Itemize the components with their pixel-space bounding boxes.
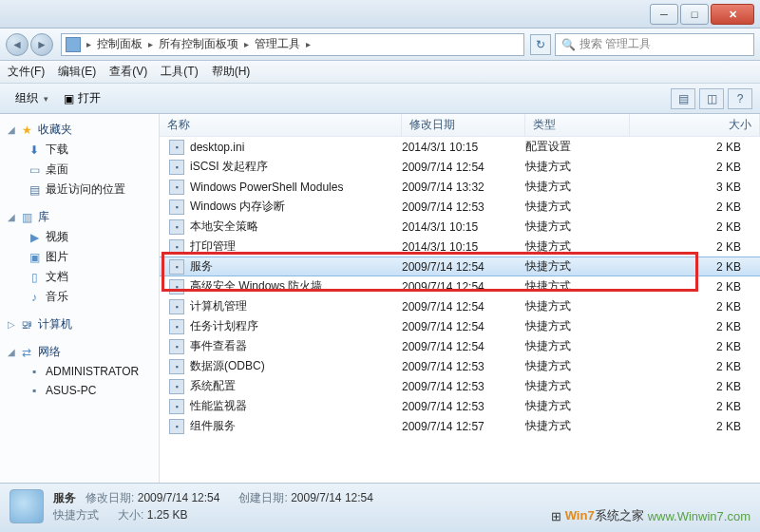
file-icon: ▪	[169, 279, 184, 294]
file-date: 2009/7/14 12:57	[402, 420, 525, 433]
network-icon: ⇄	[19, 345, 34, 360]
file-icon: ▪	[169, 399, 184, 414]
search-input[interactable]: 🔍 搜索 管理工具	[555, 33, 754, 56]
windows-logo-icon: ⊞	[551, 509, 561, 523]
status-info: 服务 修改日期: 2009/7/14 12:54 创建日期: 2009/7/14…	[53, 489, 373, 523]
breadcrumb-seg-3[interactable]: 管理工具	[251, 36, 304, 52]
view-options-button[interactable]: ▤	[671, 88, 695, 109]
file-row[interactable]: ▪服务2009/7/14 12:54快捷方式2 KB	[160, 256, 760, 276]
sidebar-network-pc-1[interactable]: ▪ADMINISTRATOR	[0, 362, 159, 381]
search-placeholder: 搜索 管理工具	[580, 36, 651, 52]
col-size[interactable]: 大小	[630, 114, 760, 136]
col-name[interactable]: 名称	[160, 114, 402, 136]
nav-back-button[interactable]: ◄	[6, 33, 28, 56]
breadcrumb-seg-2[interactable]: 所有控制面板项	[155, 36, 242, 52]
sidebar-network[interactable]: ◢ ⇄ 网络	[0, 342, 159, 362]
menu-file[interactable]: 文件(F)	[8, 64, 45, 80]
file-date: 2009/7/14 12:53	[402, 380, 525, 393]
file-icon: ▪	[169, 140, 184, 155]
file-size: 2 KB	[630, 200, 760, 214]
sidebar-documents[interactable]: ▯文档	[0, 267, 159, 287]
file-row[interactable]: ▪高级安全 Windows 防火墙2009/7/14 12:54快捷方式2 KB	[160, 276, 760, 296]
menu-view[interactable]: 查看(V)	[109, 64, 147, 80]
menu-edit[interactable]: 编辑(E)	[58, 64, 96, 80]
file-row[interactable]: ▪事件查看器2009/7/14 12:54快捷方式2 KB	[160, 336, 760, 356]
file-icon: ▪	[169, 359, 184, 374]
col-type[interactable]: 类型	[525, 114, 630, 136]
file-date: 2009/7/14 12:53	[402, 200, 525, 214]
file-icon: ▪	[169, 299, 184, 314]
file-date: 2014/3/1 10:15	[402, 220, 525, 234]
sidebar-network-pc-2[interactable]: ▪ASUS-PC	[0, 381, 159, 400]
file-size: 2 KB	[630, 360, 760, 373]
file-icon: ▪	[169, 239, 184, 255]
file-row[interactable]: ▪任务计划程序2009/7/14 12:54快捷方式2 KB	[160, 316, 760, 336]
menu-tools[interactable]: 工具(T)	[161, 64, 198, 80]
expand-icon[interactable]: ▷	[8, 319, 17, 330]
status-bar: 服务 修改日期: 2009/7/14 12:54 创建日期: 2009/7/14…	[0, 483, 760, 528]
file-size: 2 KB	[630, 161, 760, 174]
sidebar-downloads[interactable]: ⬇下载	[0, 140, 159, 160]
open-button[interactable]: ▣打开	[56, 87, 108, 109]
watermark: ⊞ Win7系统之家 www.Winwin7.com	[551, 507, 750, 524]
file-type: 快捷方式	[525, 338, 630, 354]
sidebar-libraries[interactable]: ◢ ▥ 库	[0, 207, 159, 227]
close-button[interactable]: ✕	[711, 4, 754, 25]
collapse-icon[interactable]: ◢	[8, 212, 17, 222]
collapse-icon[interactable]: ◢	[8, 124, 17, 135]
file-size: 2 KB	[630, 320, 760, 333]
menu-help[interactable]: 帮助(H)	[212, 64, 251, 80]
file-date: 2009/7/14 12:54	[402, 280, 525, 294]
file-row[interactable]: ▪组件服务2009/7/14 12:57快捷方式2 KB	[160, 416, 760, 436]
file-icon: ▪	[169, 419, 184, 434]
chevron-icon[interactable]: ▸	[146, 39, 155, 49]
explorer-body: ◢ ★ 收藏夹 ⬇下载 ▭桌面 ▤最近访问的位置 ◢ ▥ 库 ▶视频 ▣图片 ▯…	[0, 114, 760, 483]
breadcrumb-seg-1[interactable]: 控制面板	[93, 36, 146, 52]
chevron-icon[interactable]: ▸	[242, 39, 251, 49]
organize-button[interactable]: 组织▾	[8, 87, 56, 109]
file-row[interactable]: ▪iSCSI 发起程序2009/7/14 12:54快捷方式2 KB	[160, 157, 760, 177]
file-name: 任务计划程序	[190, 318, 258, 334]
address-bar[interactable]: ▸ 控制面板 ▸ 所有控制面板项 ▸ 管理工具 ▸	[61, 33, 524, 56]
sidebar-favorites[interactable]: ◢ ★ 收藏夹	[0, 120, 159, 140]
preview-pane-button[interactable]: ◫	[699, 88, 724, 109]
file-size: 2 KB	[630, 400, 760, 413]
sidebar-pictures[interactable]: ▣图片	[0, 247, 159, 267]
file-row[interactable]: ▪系统配置2009/7/14 12:53快捷方式2 KB	[160, 376, 760, 396]
file-name: 服务	[190, 258, 213, 275]
download-icon: ⬇	[27, 142, 42, 158]
sidebar-videos[interactable]: ▶视频	[0, 227, 159, 247]
refresh-button[interactable]: ↻	[530, 34, 551, 55]
file-icon: ▪	[169, 319, 184, 334]
sidebar-computer[interactable]: ▷ 🖳 计算机	[0, 314, 159, 334]
file-date: 2009/7/14 12:54	[402, 300, 525, 314]
picture-icon: ▣	[27, 250, 42, 265]
file-row[interactable]: ▪打印管理2014/3/1 10:15快捷方式2 KB	[160, 237, 760, 256]
file-list[interactable]: ▪desktop.ini2014/3/1 10:15配置设置2 KB▪iSCSI…	[160, 137, 760, 483]
file-row[interactable]: ▪数据源(ODBC)2009/7/14 12:53快捷方式2 KB	[160, 356, 760, 376]
col-date[interactable]: 修改日期	[402, 114, 525, 136]
chevron-icon[interactable]: ▸	[304, 39, 313, 49]
minimize-button[interactable]: ─	[650, 4, 678, 25]
sidebar-recent[interactable]: ▤最近访问的位置	[0, 180, 159, 200]
file-type: 快捷方式	[525, 159, 630, 175]
help-button[interactable]: ?	[728, 88, 752, 109]
file-row[interactable]: ▪性能监视器2009/7/14 12:53快捷方式2 KB	[160, 396, 760, 416]
sidebar-music[interactable]: ♪音乐	[0, 287, 159, 307]
file-type: 快捷方式	[525, 238, 630, 255]
maximize-button[interactable]: □	[680, 4, 709, 25]
nav-forward-button[interactable]: ►	[30, 33, 53, 56]
file-size: 3 KB	[630, 180, 760, 194]
collapse-icon[interactable]: ◢	[8, 347, 17, 357]
file-row[interactable]: ▪desktop.ini2014/3/1 10:15配置设置2 KB	[160, 137, 760, 157]
file-row[interactable]: ▪Windows 内存诊断2009/7/14 12:53快捷方式2 KB	[160, 197, 760, 217]
file-row[interactable]: ▪计算机管理2009/7/14 12:54快捷方式2 KB	[160, 296, 760, 316]
file-area: 名称 修改日期 类型 大小 ▪desktop.ini2014/3/1 10:15…	[160, 114, 760, 483]
chevron-icon[interactable]: ▸	[85, 39, 93, 49]
pc-icon: ▪	[27, 383, 42, 398]
file-row[interactable]: ▪本地安全策略2014/3/1 10:15快捷方式2 KB	[160, 217, 760, 237]
sidebar-desktop[interactable]: ▭桌面	[0, 160, 159, 180]
file-date: 2009/7/14 12:53	[402, 400, 525, 413]
file-size: 2 KB	[630, 141, 760, 154]
file-row[interactable]: ▪Windows PowerShell Modules2009/7/14 13:…	[160, 177, 760, 197]
